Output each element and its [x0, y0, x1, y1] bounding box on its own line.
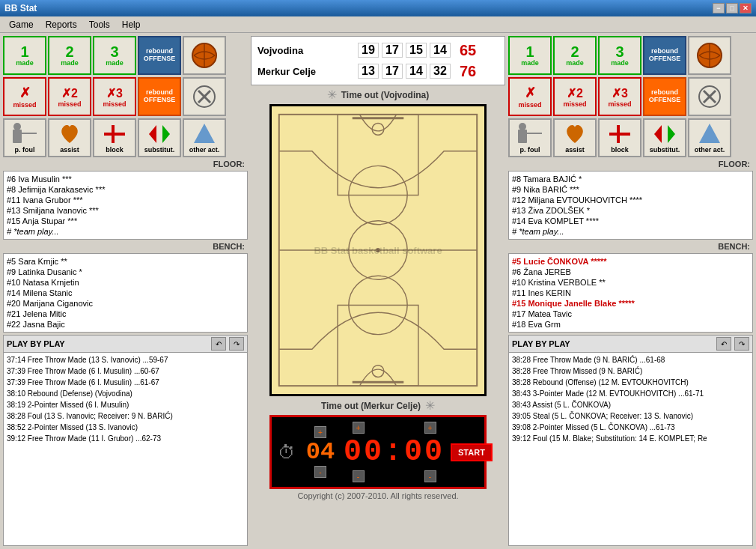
pbp-item[interactable]: 39:12 Foul (15 M. Blake; Substitution: 1…: [512, 433, 749, 443]
close-button[interactable]: ✕: [740, 3, 752, 13]
left-block-button[interactable]: block: [93, 118, 136, 157]
left-made2-button[interactable]: 2 made: [48, 36, 91, 75]
left-rebound-off-button[interactable]: rebound OFFENSE: [138, 77, 181, 116]
right-turnover-button[interactable]: [688, 77, 731, 116]
left-missed1-button[interactable]: ✗ missed: [3, 77, 46, 116]
menu-reports[interactable]: Reports: [40, 18, 83, 31]
pbp-item[interactable]: 38:28 Rebound (Offense) (12 M. EVTOUKHOV…: [512, 377, 749, 388]
left-made3-button[interactable]: 3 made: [93, 36, 136, 75]
list-item[interactable]: #8 Jefimija Karakasevic ***: [7, 184, 244, 195]
right-made3-button[interactable]: 3 made: [598, 36, 641, 75]
home-team-name: Vojvodina: [257, 45, 355, 56]
list-item[interactable]: #11 Ivana Grubor ***: [7, 195, 244, 205]
list-item[interactable]: #13 Živa ZDOLŠEK *: [512, 205, 749, 216]
list-item[interactable]: #11 Ines KERIN: [512, 288, 749, 298]
pbp-item[interactable]: 39:12 Free Throw Made (11 I. Grubor) ...…: [7, 433, 244, 443]
pbp-item[interactable]: 38:28 Foul (13 S. Ivanovic; Receiver: 9 …: [7, 410, 244, 422]
right-made1-button[interactable]: 1 made: [508, 36, 552, 75]
list-item[interactable]: #17 Matea Tavic: [512, 309, 749, 319]
left-substitute-button[interactable]: substitut.: [138, 118, 181, 157]
pbp-item[interactable]: 38:28 Free Throw Missed (9 N. BARIĆ): [512, 366, 749, 377]
list-item[interactable]: #10 Natasa Krnjetin: [7, 277, 244, 288]
copyright-text: Copyright (c) 2007-2010. All rights rese…: [297, 491, 458, 500]
list-item[interactable]: #9 Nika BARIĆ ***: [512, 184, 749, 195]
maximize-button[interactable]: □: [726, 3, 738, 13]
pbp-item[interactable]: 38:43 3-Pointer Made (12 M. EVTOUKHOVITC…: [512, 388, 749, 399]
list-item[interactable]: # *team play...: [512, 226, 749, 237]
svg-point-5: [13, 123, 21, 130]
left-pbp-content[interactable]: 37:14 Free Throw Made (13 S. Ivanovic) .…: [4, 353, 247, 443]
time-sec-up-button[interactable]: +: [424, 422, 436, 434]
left-missed2-button[interactable]: ✗2 missed: [48, 77, 91, 116]
pbp-icon-rewind[interactable]: ↶: [211, 337, 226, 351]
minimize-button[interactable]: −: [713, 3, 725, 13]
right-steal-button[interactable]: [688, 36, 731, 75]
right-pbp-content[interactable]: 38:28 Free Throw Made (9 N. BARIĆ) ...61…: [509, 353, 752, 443]
left-action-buttons-row3: p. foul assist block subs: [3, 118, 248, 157]
left-assist-button[interactable]: assist: [48, 118, 91, 157]
left-turnover-button[interactable]: [183, 77, 226, 116]
list-item[interactable]: #15 Monique Janelle Blake *****: [512, 298, 749, 309]
pbp-item[interactable]: 37:39 Free Throw Made (6 I. Musulin) ...…: [7, 366, 244, 377]
time-sec-down-button[interactable]: -: [424, 470, 436, 482]
list-item[interactable]: #5 Lucie ČONKOVA *****: [512, 256, 749, 267]
right-rebound-def-button[interactable]: rebound OFFENSE: [643, 36, 686, 75]
svg-rect-3: [13, 130, 22, 143]
right-assist-button[interactable]: assist: [553, 118, 597, 157]
menu-game[interactable]: Game: [3, 18, 40, 31]
time-min-down-button[interactable]: -: [353, 470, 365, 482]
list-item[interactable]: #22 Jasna Bajic: [7, 319, 244, 330]
left-rebound-def-button[interactable]: rebound OFFENSE: [138, 36, 181, 75]
list-item[interactable]: #15 Anja Stupar ***: [7, 216, 244, 226]
left-bench-players: #5 Sara Krnjic ** #9 Latinka Dusanic * #…: [3, 253, 248, 333]
pbp-item[interactable]: 38:19 2-Pointer Missed (6 I. Musulin): [7, 399, 244, 410]
pbp-icon-forward[interactable]: ↷: [229, 337, 244, 351]
list-item[interactable]: #21 Jelena Mitic: [7, 309, 244, 319]
left-missed3-button[interactable]: ✗3 missed: [93, 77, 136, 116]
pbp-item[interactable]: 38:10 Rebound (Defense) (Vojvodina): [7, 388, 244, 399]
pbp-item[interactable]: 39:05 Steal (5 L. ČONKOVA; Receiver: 13 …: [512, 410, 749, 422]
right-pbp-icon-rewind[interactable]: ↶: [716, 337, 731, 351]
left-other-button[interactable]: other act.: [183, 118, 226, 157]
list-item[interactable]: #14 Milena Stanic: [7, 288, 244, 298]
list-item[interactable]: #12 Miljana EVTOUKHOVITCH ****: [512, 195, 749, 205]
right-substitute-button[interactable]: substitut.: [643, 118, 686, 157]
away-q4: 32: [430, 64, 451, 79]
right-block-button[interactable]: block: [598, 118, 641, 157]
pbp-item[interactable]: 38:28 Free Throw Made (9 N. BARIĆ) ...61…: [512, 354, 749, 366]
time-min-up-button[interactable]: +: [353, 422, 365, 434]
quarter-down-button[interactable]: -: [314, 466, 326, 478]
list-item[interactable]: #6 Iva Musulin ***: [7, 174, 244, 184]
right-missed3-button[interactable]: ✗3 missed: [598, 77, 641, 116]
list-item[interactable]: #14 Eva KOMPLET ****: [512, 216, 749, 226]
list-item[interactable]: #9 Latinka Dusanic *: [7, 267, 244, 277]
menu-tools[interactable]: Tools: [83, 18, 116, 31]
right-rebound-off-button[interactable]: rebound OFFENSE: [643, 77, 686, 116]
right-pbp-icon-forward[interactable]: ↷: [734, 337, 749, 351]
list-item[interactable]: #10 Kristina VERBOLE **: [512, 277, 749, 288]
right-made2-button[interactable]: 2 made: [553, 36, 597, 75]
list-item[interactable]: #5 Sara Krnjic **: [7, 256, 244, 267]
list-item[interactable]: # *team play...: [7, 226, 244, 237]
quarter-up-button[interactable]: +: [314, 426, 326, 438]
pbp-item[interactable]: 37:39 Free Throw Made (6 I. Musulin) ...…: [7, 377, 244, 388]
list-item[interactable]: #18 Eva Grm: [512, 319, 749, 330]
right-foul-button[interactable]: p. foul: [508, 118, 552, 157]
right-missed1-button[interactable]: ✗ missed: [508, 77, 552, 116]
menu-help[interactable]: Help: [116, 18, 147, 31]
list-item[interactable]: #8 Tamara BAJIĆ *: [512, 174, 749, 184]
right-missed2-button[interactable]: ✗2 missed: [553, 77, 597, 116]
pbp-item[interactable]: 37:14 Free Throw Made (13 S. Ivanovic) .…: [7, 354, 244, 366]
list-item[interactable]: #20 Marijana Ciganovic: [7, 298, 244, 309]
pbp-item[interactable]: 38:52 2-Pointer Missed (13 S. Ivanovic): [7, 422, 244, 433]
title-text: BB Stat: [4, 3, 37, 13]
left-foul-button[interactable]: p. foul: [3, 118, 46, 157]
list-item[interactable]: #13 Smiljana Ivanovic ***: [7, 205, 244, 216]
left-steal-button[interactable]: [183, 36, 226, 75]
right-other-button[interactable]: other act.: [688, 118, 731, 157]
left-made1-button[interactable]: 1 made: [3, 36, 46, 75]
list-item[interactable]: #6 Žana JEREB: [512, 267, 749, 277]
pbp-item[interactable]: 39:08 2-Pointer Missed (5 L. ČONKOVA) ..…: [512, 422, 749, 433]
start-button[interactable]: START: [451, 443, 493, 461]
pbp-item[interactable]: 38:43 Assist (5 L. ČONKOVA): [512, 399, 749, 410]
